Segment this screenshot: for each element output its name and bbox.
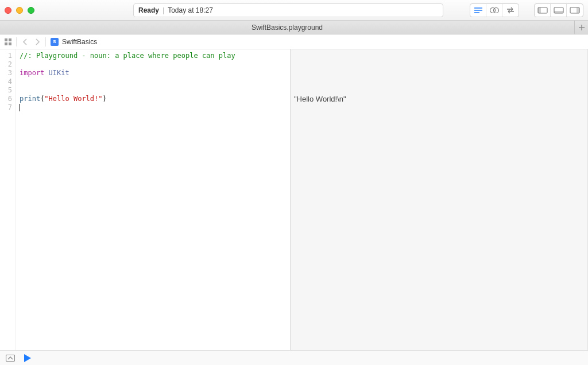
code-line[interactable]: print("Hello World!") xyxy=(20,95,287,103)
tab-bar: SwiftBasics.playground xyxy=(0,21,588,34)
panel-bottom-icon xyxy=(554,7,564,14)
code-line[interactable]: import UIKit xyxy=(20,69,287,77)
text-cursor xyxy=(20,104,20,111)
breadcrumb-file[interactable]: S SwiftBasics xyxy=(51,38,97,46)
result-line xyxy=(294,52,584,60)
svg-rect-6 xyxy=(538,7,541,13)
editor-area: 1234567 //: Playground - noun: a place w… xyxy=(0,49,588,350)
svg-rect-15 xyxy=(5,42,7,45)
toggle-navigator-button[interactable] xyxy=(535,4,551,17)
code-line[interactable] xyxy=(20,103,287,112)
related-items-button[interactable] xyxy=(3,37,13,46)
nav-back-button[interactable] xyxy=(20,37,29,46)
status-time: Today at 18:27 xyxy=(168,6,213,14)
plus-icon xyxy=(579,25,585,30)
code-line[interactable] xyxy=(20,77,287,86)
traffic-lights xyxy=(5,7,34,14)
panel-right-icon xyxy=(570,7,580,14)
result-line xyxy=(294,69,584,77)
status-label: Ready xyxy=(138,6,159,14)
bidir-arrow-icon xyxy=(505,7,516,14)
assistant-editor-button[interactable] xyxy=(486,4,502,17)
new-tab-button[interactable] xyxy=(574,21,588,34)
chevron-left-icon xyxy=(22,38,28,45)
svg-rect-13 xyxy=(5,38,7,41)
nav-forward-button[interactable] xyxy=(33,37,42,46)
activity-viewer[interactable]: Ready | Today at 18:27 xyxy=(133,3,443,17)
line-number-gutter: 1234567 xyxy=(0,49,16,350)
minimize-window-button[interactable] xyxy=(16,7,23,14)
titlebar: Ready | Today at 18:27 xyxy=(0,0,588,21)
result-line: "Hello World!\n" xyxy=(294,95,584,103)
line-number: 1 xyxy=(0,52,12,60)
toggle-debug-panel-button[interactable] xyxy=(6,355,15,362)
result-line xyxy=(294,77,584,86)
panel-left-icon xyxy=(537,7,548,14)
zoom-window-button[interactable] xyxy=(28,7,34,14)
svg-point-4 xyxy=(493,7,498,13)
svg-rect-8 xyxy=(554,11,563,13)
chevron-right-icon xyxy=(35,38,40,45)
play-icon xyxy=(24,354,31,362)
result-line xyxy=(294,103,584,112)
svg-rect-14 xyxy=(9,38,11,41)
lines-icon xyxy=(474,7,483,14)
line-number: 4 xyxy=(0,77,12,86)
result-line xyxy=(294,86,584,95)
results-sidebar[interactable]: "Hello World!\n" xyxy=(291,49,588,350)
grid-icon xyxy=(4,38,12,46)
code-line[interactable] xyxy=(20,60,287,69)
svg-rect-16 xyxy=(9,42,11,45)
breadcrumb-file-label: SwiftBasics xyxy=(62,38,97,46)
svg-rect-17 xyxy=(6,355,15,361)
swift-file-icon: S xyxy=(51,38,59,46)
line-number: 5 xyxy=(0,86,12,95)
close-window-button[interactable] xyxy=(5,7,11,14)
line-number: 2 xyxy=(0,60,12,69)
svg-marker-18 xyxy=(24,354,31,362)
svg-rect-10 xyxy=(577,7,579,13)
standard-editor-button[interactable] xyxy=(470,4,486,17)
toggle-utilities-button[interactable] xyxy=(567,4,583,17)
debug-bar xyxy=(0,350,588,365)
panel-toggle-group xyxy=(534,3,583,17)
execute-playground-button[interactable] xyxy=(24,354,31,362)
venn-icon xyxy=(489,7,500,14)
line-number: 7 xyxy=(0,103,12,112)
result-line xyxy=(294,60,584,69)
version-editor-button[interactable] xyxy=(502,4,519,17)
source-editor[interactable]: //: Playground - noun: a place where peo… xyxy=(16,49,291,350)
line-number: 3 xyxy=(0,69,12,77)
code-line[interactable] xyxy=(20,86,287,95)
line-number: 6 xyxy=(0,95,12,103)
jump-bar: S SwiftBasics xyxy=(0,34,588,49)
editor-mode-group xyxy=(470,3,519,17)
debug-panel-icon xyxy=(6,355,15,362)
toggle-debug-area-button[interactable] xyxy=(551,4,567,17)
code-line[interactable]: //: Playground - noun: a place where peo… xyxy=(20,52,287,60)
tab-swiftbasics[interactable]: SwiftBasics.playground xyxy=(0,24,574,32)
